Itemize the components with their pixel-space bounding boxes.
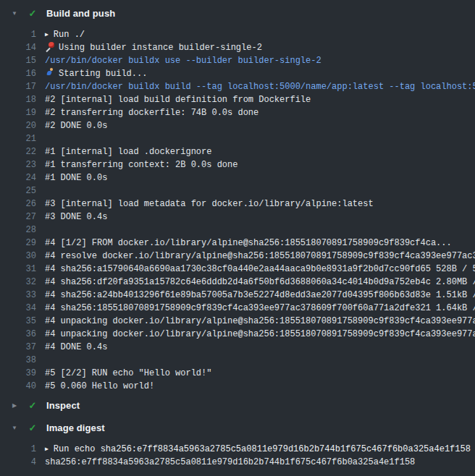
line-number[interactable]: 1: [0, 28, 36, 41]
line-content: #4 sha256:185518070891758909c9f839cf4ca3…: [45, 302, 475, 315]
line-number[interactable]: 32: [0, 276, 36, 289]
log-line: 18#2 [internal] load build definition fr…: [0, 93, 475, 106]
log-line: 28: [0, 224, 475, 237]
pushpin-icon: [45, 42, 55, 51]
line-content: #1 transferring context: 2B 0.0s done: [45, 158, 238, 171]
line-number[interactable]: 28: [0, 224, 36, 237]
line-content[interactable]: ▶Run ./: [45, 28, 85, 41]
collapse-toggle-icon[interactable]: ▶: [9, 402, 20, 409]
step-header-build-and-push[interactable]: ▼ ✓ Build and push: [0, 4, 475, 22]
log-line: 21: [0, 132, 475, 145]
log-line: 34#4 sha256:185518070891758909c9f839cf4c…: [0, 302, 475, 315]
line-number[interactable]: 38: [0, 354, 36, 367]
log-line: 25: [0, 184, 475, 197]
line-content: Using builder instance builder-single-2: [45, 41, 262, 54]
collapse-toggle-icon[interactable]: ▼: [9, 10, 20, 17]
line-number[interactable]: 31: [0, 263, 36, 276]
line-content: /usr/bin/docker buildx use --builder bui…: [45, 54, 321, 67]
workflow-log-viewer: ▼ ✓ Build and push 1▶Run ./14Using build…: [0, 4, 475, 469]
runner-icon: [45, 68, 55, 77]
log-line: 33#4 sha256:a24bb4013296f61e89ba57005a7b…: [0, 289, 475, 302]
line-number[interactable]: 27: [0, 211, 36, 224]
step-header-inspect[interactable]: ▶ ✓ Inspect: [0, 396, 475, 415]
step-section-build-and-push: ▼ ✓ Build and push 1▶Run ./14Using build…: [0, 4, 475, 393]
line-number[interactable]: 19: [0, 106, 36, 119]
step-section-inspect: ▶ ✓ Inspect: [0, 396, 475, 415]
line-number[interactable]: 39: [0, 367, 36, 380]
line-content: #2 [internal] load build definition from…: [45, 93, 311, 106]
log-line: 31#4 sha256:a15790640a6690aa1730c38cf0a4…: [0, 263, 475, 276]
line-number[interactable]: 34: [0, 302, 36, 315]
log-line: 26#3 [internal] load metadata for docker…: [0, 197, 475, 211]
line-text: #4 unpacking docker.io/library/alpine@sh…: [45, 329, 475, 339]
line-number[interactable]: 20: [0, 119, 36, 132]
line-number[interactable]: 21: [0, 132, 36, 145]
line-text: Run echo sha256:e7ff8834a5963a2785c5a081…: [54, 444, 471, 454]
line-content[interactable]: ▶Run echo sha256:e7ff8834a5963a2785c5a08…: [45, 443, 471, 456]
line-number[interactable]: 40: [0, 380, 36, 393]
line-text: #2 transferring dockerfile: 74B 0.0s don…: [45, 108, 258, 118]
log-line: 19#2 transferring dockerfile: 74B 0.0s d…: [0, 106, 475, 119]
line-number[interactable]: 23: [0, 158, 36, 171]
line-number[interactable]: 26: [0, 197, 36, 211]
line-text: #3 DONE 0.4s: [45, 212, 107, 222]
line-content: Starting build...: [45, 67, 147, 80]
log-line: 39#5 [2/2] RUN echo "Hello world!": [0, 367, 475, 380]
line-text: Run ./: [54, 30, 85, 40]
line-text: #4 DONE 0.4s: [45, 342, 107, 352]
line-content: #4 resolve docker.io/library/alpine@sha2…: [45, 250, 475, 263]
line-text: #4 resolve docker.io/library/alpine@sha2…: [45, 251, 475, 261]
line-content: #4 [1/2] FROM docker.io/library/alpine@s…: [45, 237, 452, 250]
line-number[interactable]: 4: [0, 456, 36, 469]
line-number[interactable]: 15: [0, 54, 36, 67]
line-content: #3 [internal] load metadata for docker.i…: [45, 197, 374, 211]
log-line: 22#1 [internal] load .dockerignore: [0, 145, 475, 158]
line-number[interactable]: 29: [0, 237, 36, 250]
line-number[interactable]: 16: [0, 67, 36, 80]
line-number[interactable]: 17: [0, 80, 36, 93]
line-content: #5 0.060 Hello world!: [45, 380, 154, 393]
collapse-toggle-icon[interactable]: ▼: [9, 425, 20, 431]
log-line: 15/usr/bin/docker buildx use --builder b…: [0, 54, 475, 67]
line-content: sha256:e7ff8834a5963a2785c5a0811e979d16b…: [45, 456, 415, 469]
line-content: /usr/bin/docker buildx build --tag local…: [45, 80, 475, 93]
step-title: Inspect: [46, 400, 80, 411]
line-number[interactable]: 33: [0, 289, 36, 302]
line-text: #3 [internal] load metadata for docker.i…: [45, 199, 374, 209]
log-line: 1▶Run ./: [0, 28, 475, 41]
line-content: #4 unpacking docker.io/library/alpine@sh…: [45, 328, 475, 341]
line-number[interactable]: 37: [0, 341, 36, 354]
line-text: /usr/bin/docker buildx use --builder bui…: [45, 56, 321, 66]
line-number[interactable]: 18: [0, 93, 36, 106]
step-title: Image digest: [46, 422, 105, 433]
expand-toggle-icon[interactable]: ▶: [45, 28, 49, 41]
log-line: 16Starting build...: [0, 67, 475, 80]
step-section-image-digest: ▼ ✓ Image digest 1▶Run echo sha256:e7ff8…: [0, 418, 475, 469]
step-title: Build and push: [46, 8, 115, 19]
log-line: 4sha256:e7ff8834a5963a2785c5a0811e979d16…: [0, 456, 475, 469]
log-line: 36#4 unpacking docker.io/library/alpine@…: [0, 328, 475, 341]
line-content: #4 unpacking docker.io/library/alpine@sh…: [45, 315, 475, 328]
line-number[interactable]: 24: [0, 171, 36, 184]
line-content: #4 sha256:df20fa9351a15782c64e6dddb2d4a6…: [45, 276, 475, 289]
expand-toggle-icon[interactable]: ▶: [45, 443, 49, 456]
log-line: 35#4 unpacking docker.io/library/alpine@…: [0, 315, 475, 328]
log-line: 27#3 DONE 0.4s: [0, 211, 475, 224]
line-content: #3 DONE 0.4s: [45, 211, 107, 224]
line-text: #1 transferring context: 2B 0.0s done: [45, 160, 238, 170]
line-number[interactable]: 30: [0, 250, 36, 263]
log-line: 38: [0, 354, 475, 367]
line-number[interactable]: 36: [0, 328, 36, 341]
log-lines: 1▶Run ./14Using builder instance builder…: [0, 28, 475, 393]
line-text: sha256:e7ff8834a5963a2785c5a0811e979d16b…: [45, 457, 415, 467]
step-header-image-digest[interactable]: ▼ ✓ Image digest: [0, 418, 475, 437]
line-number[interactable]: 22: [0, 145, 36, 158]
line-text: #2 DONE 0.0s: [45, 121, 107, 131]
line-content: #4 sha256:a24bb4013296f61e89ba57005a7b3e…: [45, 289, 475, 302]
line-number[interactable]: 1: [0, 443, 36, 456]
line-number[interactable]: 14: [0, 41, 36, 54]
log-line: 40#5 0.060 Hello world!: [0, 380, 475, 393]
line-number[interactable]: 25: [0, 184, 36, 197]
line-text: #4 sha256:185518070891758909c9f839cf4ca3…: [45, 303, 475, 313]
line-number[interactable]: 35: [0, 315, 36, 328]
